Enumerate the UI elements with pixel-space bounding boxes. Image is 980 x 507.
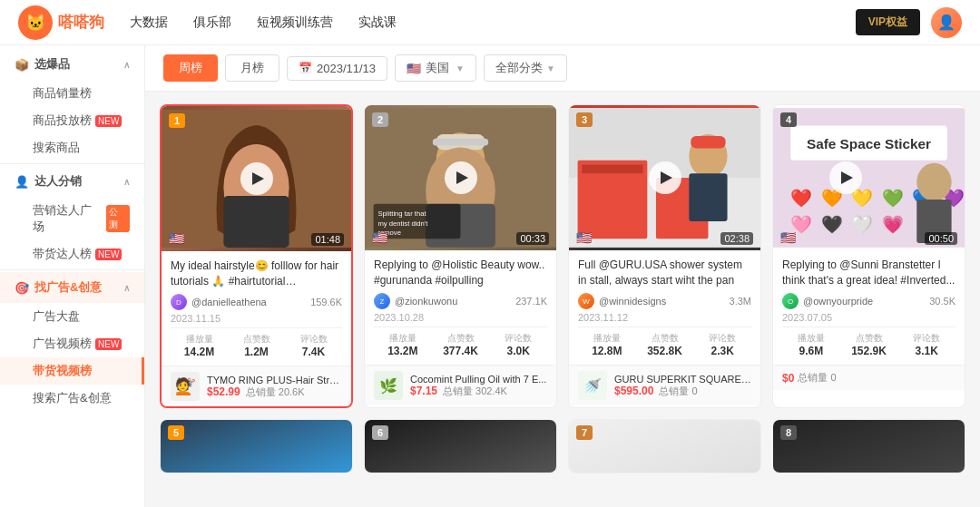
product-row-4[interactable]: $0 总销量 0 [773, 365, 965, 390]
sidebar-section-header-ads[interactable]: 🎯 找广告&创意 ∧ [0, 272, 144, 303]
sidebar-section-products: 📦 选爆品 ∧ 商品销量榜 商品投放榜 NEW 搜索商品 [0, 49, 144, 161]
svg-rect-18 [582, 165, 642, 174]
video-stats-4: 播放量 9.6M 点赞数 152.9K 评论数 3.1K [782, 327, 956, 357]
video-date-1: 2023.11.15 [171, 313, 342, 324]
product-row-2[interactable]: 🌿 Cocomint Pulling Oil with 7 E... $7.15… [365, 365, 556, 405]
video-title-2: Replying to @Holistic Beauty wow.. #guru… [374, 258, 547, 288]
svg-text:💗: 💗 [882, 214, 904, 235]
video-thumbnail-1: 1 01:48 🇺🇸 [162, 106, 351, 251]
product-row-1[interactable]: 💇 TYMO RING PLUS-Hair Straig... $52.99 总… [162, 366, 351, 406]
video-rank-badge-2: 2 [372, 112, 388, 127]
sidebar-item-search-product[interactable]: 搜索商品 [0, 134, 144, 161]
video-author-3: @winnidesigns [599, 296, 666, 307]
video-info-3: Full @GURU.USA shower system in stall, a… [569, 250, 760, 365]
svg-rect-22 [691, 136, 725, 148]
video-card-4[interactable]: Safe Space Sticker ❤️ 🧡 💛 💚 💙 💜 🩷 🖤 [772, 104, 965, 408]
video-grid-row2: 5 6 7 8 [160, 419, 965, 473]
nav-item-bigdata[interactable]: 大数据 [130, 15, 168, 31]
sidebar-section-header-kol[interactable]: 👤 达人分销 ∧ [0, 166, 144, 197]
video-author-2: @zionkuwonu [395, 296, 457, 307]
video-author-4: @ownyourpride [803, 296, 873, 307]
svg-text:🖤: 🖤 [821, 214, 843, 235]
video-title-3: Full @GURU.USA shower system in stall, a… [578, 258, 751, 288]
nav-item-course[interactable]: 实战课 [358, 15, 397, 31]
product-name-1: TYMO RING PLUS-Hair Straig... [207, 375, 342, 385]
video-card-8[interactable]: 8 [772, 419, 965, 473]
product-price-1: $52.99 [207, 385, 240, 398]
author-followers-3: 3.3M [730, 296, 751, 307]
video-duration-3: 02:38 [720, 232, 753, 245]
video-card-7[interactable]: 7 [568, 419, 761, 473]
product-price-3: $595.00 [614, 385, 653, 397]
author-avatar-1: D [171, 294, 187, 310]
product-price-2: $7.15 [410, 385, 437, 397]
product-img-1: 💇 [171, 372, 200, 401]
sidebar-item-commerce-video-rank[interactable]: 带货视频榜 [0, 357, 144, 385]
video-duration-2: 00:33 [516, 232, 549, 245]
logo-icon: 🐱 [18, 5, 53, 40]
video-card-5[interactable]: 5 [160, 419, 353, 473]
sidebar-item-ad-video-rank[interactable]: 广告视频榜 NEW [0, 330, 144, 357]
video-date-3: 2023.11.12 [578, 312, 751, 323]
sidebar-item-kol-rank[interactable]: 带货达人榜 NEW [0, 240, 144, 268]
product-img-3: 🚿 [578, 371, 607, 400]
video-thumbnail-3: 3 02:38 🇺🇸 [569, 105, 760, 250]
logo-text: 嗒嗒狗 [58, 12, 104, 33]
video-card-1[interactable]: 1 01:48 🇺🇸 My ideal hairstyle😊 folllow f… [160, 104, 353, 408]
svg-rect-7 [433, 139, 488, 146]
author-avatar-4: O [782, 293, 799, 309]
product-price-4: $0 [782, 372, 794, 385]
svg-rect-3 [223, 196, 289, 248]
svg-rect-21 [689, 173, 727, 221]
video-card-6[interactable]: 6 [364, 419, 557, 473]
video-thumbnail-4: Safe Space Sticker ❤️ 🧡 💛 💚 💙 💜 🩷 🖤 [773, 105, 965, 250]
filter-country[interactable]: 🇺🇸 美国 ▼ [395, 54, 476, 82]
video-info-4: Replying to @Sunni Branstetter I think t… [773, 250, 965, 365]
sidebar-item-ad-dashboard[interactable]: 广告大盘 [0, 303, 144, 330]
product-sales-4: 总销量 0 [798, 371, 836, 385]
author-followers-4: 30.5K [929, 296, 956, 307]
product-sales-1: 总销量 20.6K [246, 385, 305, 399]
filter-tab-weekly[interactable]: 周榜 [163, 54, 218, 82]
video-flag-2: 🇺🇸 [372, 230, 387, 245]
nav-item-club[interactable]: 俱乐部 [193, 15, 231, 31]
sidebar-item-marketing-plaza[interactable]: 营销达人广场 公测 [0, 197, 144, 240]
video-grid-container: 1 01:48 🇺🇸 My ideal hairstyle😊 folllow f… [145, 92, 980, 507]
sidebar-item-ad-rank[interactable]: 商品投放榜 NEW [0, 107, 144, 134]
svg-text:Splitting tar that: Splitting tar that [377, 210, 426, 218]
play-button-2[interactable] [445, 161, 477, 194]
filter-tab-monthly[interactable]: 月榜 [225, 54, 279, 82]
video-rank-badge-1: 1 [169, 113, 185, 128]
author-followers-2: 237.1K [515, 296, 547, 307]
product-row-3[interactable]: 🚿 GURU SUPERKIT SQUARE 36"... $595.00 总销… [569, 365, 760, 405]
video-duration-4: 00:50 [925, 232, 957, 245]
product-img-2: 🌿 [374, 371, 403, 400]
filter-date[interactable]: 📅 2023/11/13 [287, 56, 387, 81]
video-flag-4: 🇺🇸 [780, 230, 796, 245]
filter-category[interactable]: 全部分类 ▼ [484, 54, 567, 82]
nav-item-training[interactable]: 短视频训练营 [257, 15, 333, 31]
video-info-1: My ideal hairstyle😊 folllow for hair tut… [162, 251, 351, 366]
video-rank-badge-4: 4 [780, 112, 797, 127]
sidebar-item-search-ads[interactable]: 搜索广告&创意 [0, 385, 144, 412]
play-button-3[interactable] [649, 161, 681, 194]
video-card-2[interactable]: Splitting tar that my dentist didn't rem… [364, 104, 557, 408]
video-duration-1: 01:48 [311, 233, 344, 246]
play-button-4[interactable] [829, 161, 862, 194]
author-avatar-3: W [578, 293, 594, 309]
video-title-4: Replying to @Sunni Branstetter I think t… [782, 258, 956, 288]
stat-likes-1: 点赞数 1.2M [228, 333, 285, 358]
video-author-row-1: D @danielleathena 159.6K [171, 294, 342, 310]
sidebar-item-sales-rank[interactable]: 商品销量榜 [0, 80, 144, 107]
vip-button[interactable]: VIP权益 [856, 9, 920, 35]
video-flag-1: 🇺🇸 [169, 231, 184, 246]
product-sales-2: 总销量 302.4K [443, 385, 507, 398]
sidebar-section-kol: 👤 达人分销 ∧ 营销达人广场 公测 带货达人榜 NEW [0, 166, 144, 268]
play-button-1[interactable] [240, 162, 273, 195]
avatar[interactable]: 👤 [931, 7, 962, 38]
video-card-3[interactable]: 3 02:38 🇺🇸 Full @GURU.USA shower system … [568, 104, 761, 408]
logo: 🐱 嗒嗒狗 [18, 5, 104, 40]
svg-text:Safe Space Sticker: Safe Space Sticker [807, 136, 931, 151]
sidebar-section-header-products[interactable]: 📦 选爆品 ∧ [0, 49, 144, 80]
video-date-4: 2023.07.05 [782, 312, 956, 323]
